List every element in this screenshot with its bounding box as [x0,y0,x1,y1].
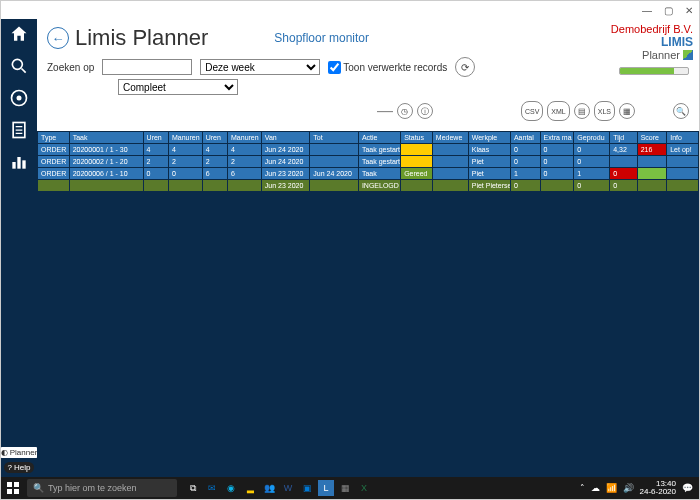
mail-icon[interactable]: ▣ [299,480,315,496]
col-extra ma[interactable]: Extra ma [540,132,574,144]
svg-point-0 [12,59,22,69]
tray-cloud-icon[interactable]: ☁ [591,483,600,493]
doc-button[interactable]: ▦ [619,103,635,119]
status-select[interactable]: Compleet [118,79,238,95]
data-grid[interactable]: TypeTaakUrenManurenUrenManurenVanTotActi… [37,131,699,477]
table-row[interactable]: ORDER20200006 / 1 - 100066Jun 23 2020Jun… [38,168,699,180]
svg-rect-9 [7,489,12,494]
search-input[interactable] [102,59,192,75]
clock[interactable]: 13:4024-6-2020 [640,480,676,496]
edge-icon[interactable]: ◉ [223,480,239,496]
table-row[interactable]: ORDER20200002 / 1 - 202222Jun 24 2020Taa… [38,156,699,168]
logo-square-icon [683,50,693,60]
word-icon[interactable]: W [280,480,296,496]
col-manuren[interactable]: Manuren [168,132,202,144]
teams-icon[interactable]: 👥 [261,480,277,496]
tray-sound-icon[interactable]: 🔊 [623,483,634,493]
svg-point-2 [17,96,22,101]
svg-rect-10 [14,489,19,494]
app-icon-1[interactable]: ▦ [337,480,353,496]
col-score[interactable]: Score [637,132,667,144]
col-van[interactable]: Van [261,132,310,144]
tray-wifi-icon[interactable]: 📶 [606,483,617,493]
col-status[interactable]: Status [401,132,433,144]
taskbar: 🔍 Typ hier om te zoeken ⧉ ✉ ◉ ▂ 👥 W ▣ L … [1,477,699,499]
table-row[interactable]: Jun 23 2020INGELOGDPiet Pieterse000 [38,180,699,192]
refresh-button[interactable]: ⟳ [455,57,475,77]
window-minimize[interactable]: — [642,5,652,16]
tray-chevron-icon[interactable]: ˄ [580,483,585,493]
search-button[interactable]: 🔍 [673,103,689,119]
table-header-row: TypeTaakUrenManurenUrenManurenVanTotActi… [38,132,699,144]
col-actie[interactable]: Actie [358,132,400,144]
window-maximize[interactable]: ▢ [664,5,673,16]
svg-rect-8 [14,482,19,487]
col-tot[interactable]: Tot [310,132,359,144]
col-uren[interactable]: Uren [143,132,168,144]
outlook-icon[interactable]: ✉ [204,480,220,496]
app-title: Limis Planner [75,25,208,51]
home-icon[interactable] [8,23,30,45]
show-processed-checkbox[interactable]: Toon verwerkte records [328,61,447,74]
start-button[interactable] [1,477,25,499]
svg-rect-5 [17,157,20,169]
search-label: Zoeken op [47,62,94,73]
csv-button[interactable]: CSV [521,101,543,121]
svg-rect-4 [12,162,15,169]
task-view-icon[interactable]: ⧉ [185,480,201,496]
back-button[interactable]: ← [47,27,69,49]
header: ← Limis Planner Shopfloor monitor Demobe… [37,19,699,131]
col-medewe[interactable]: Medewe [432,132,468,144]
progress-bar [619,67,689,75]
file-button[interactable]: ▤ [574,103,590,119]
col-werkple[interactable]: Werkple [468,132,510,144]
help-pill[interactable]: ? Help [4,462,35,473]
disc-icon[interactable] [8,87,30,109]
window-close[interactable]: ✕ [685,5,693,16]
col-aantal[interactable]: Aantal [510,132,540,144]
xml-button[interactable]: XML [547,101,569,121]
taskbar-search[interactable]: 🔍 Typ hier om te zoeken [27,479,177,497]
period-select[interactable]: Deze week [200,59,320,75]
info-button[interactable]: ⓘ [417,103,433,119]
brand: Demobedrijf B.V. LIMIS Planner [611,23,693,61]
svg-rect-6 [22,160,25,168]
search-icon[interactable] [8,55,30,77]
col-taak[interactable]: Taak [69,132,143,144]
col-info[interactable]: Info [667,132,699,144]
monitor-label: Shopfloor monitor [274,31,369,45]
chart-icon[interactable] [8,151,30,173]
col-uren[interactable]: Uren [202,132,227,144]
window-titlebar: — ▢ ✕ [1,1,699,19]
explorer-icon[interactable]: ▂ [242,480,258,496]
document-icon[interactable] [8,119,30,141]
clock-button[interactable]: ◷ [397,103,413,119]
col-tijd[interactable]: Tijd [610,132,637,144]
sidebar: ◐ Planner ? Help [1,19,37,477]
col-geprodu[interactable]: Geprodu [574,132,610,144]
col-manuren[interactable]: Manuren [228,132,262,144]
limis-icon[interactable]: L [318,480,334,496]
col-type[interactable]: Type [38,132,70,144]
notification-icon[interactable]: 💬 [682,483,693,493]
svg-rect-7 [7,482,12,487]
table-row[interactable]: ORDER20200001 / 1 - 304444Jun 24 2020Taa… [38,144,699,156]
planner-pill[interactable]: ◐ Planner [0,447,41,458]
excel-icon[interactable]: X [356,480,372,496]
dash-icon: — [377,102,393,120]
xls-button[interactable]: XLS [594,101,615,121]
